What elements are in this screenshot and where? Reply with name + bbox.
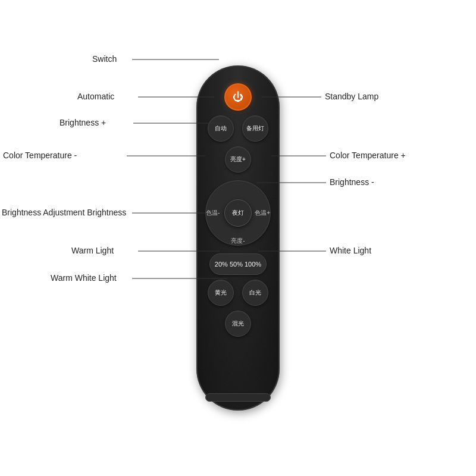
auto-label: 自动 — [215, 124, 227, 133]
white-light-label-ann: White Light — [330, 246, 371, 255]
light-color-row: 黄光 白光 — [208, 280, 268, 306]
page-container: ⏻ 自动 备用灯 亮度+ 色温- 色温+ 亮度- 夜灯 20% 5 — [0, 0, 476, 476]
warm-light-button[interactable]: 黄光 — [208, 280, 234, 306]
automatic-label: Automatic — [77, 92, 114, 101]
brightness-minus-label: Brightness - — [330, 177, 374, 187]
percent-button[interactable]: 20% 50% 100% — [209, 253, 267, 275]
warm-light-label: 黄光 — [215, 289, 227, 297]
white-light-label: 白光 — [249, 289, 261, 297]
remote-bottom-bar — [205, 393, 271, 402]
power-icon: ⏻ — [233, 91, 243, 104]
color-temp-plus-ring-label: 色温+ — [255, 209, 270, 217]
warm-light-label-ann: Warm Light — [71, 246, 114, 255]
warm-white-label: 混光 — [232, 320, 244, 328]
night-label: 夜灯 — [232, 209, 244, 217]
switch-label: Switch — [92, 54, 117, 64]
white-light-button[interactable]: 白光 — [242, 280, 268, 306]
brightness-plus-label-ann: Brightness + — [60, 118, 106, 127]
color-temp-minus-ring-label: 色温- — [206, 209, 220, 217]
remote-control: ⏻ 自动 备用灯 亮度+ 色温- 色温+ 亮度- 夜灯 20% 5 — [196, 65, 280, 411]
color-temp-minus-label: Color Temperature - — [3, 151, 77, 160]
standby-lamp-label: Standby Lamp — [325, 92, 378, 101]
brightness-plus-button[interactable]: 亮度+ — [225, 146, 251, 173]
standby-label: 备用灯 — [246, 124, 264, 133]
power-button[interactable]: ⏻ — [224, 83, 252, 111]
warm-white-button[interactable]: 混光 — [225, 311, 251, 337]
color-temp-plus-label: Color Temperature + — [330, 151, 406, 160]
brightness-adj-label: Brightness Adjustment Brightness — [2, 208, 126, 217]
direction-cluster: 色温- 色温+ 亮度- 夜灯 — [202, 177, 274, 249]
brightness-minus-ring-label: 亮度- — [231, 237, 245, 245]
percent-label: 20% 50% 100% — [215, 261, 261, 268]
standby-button[interactable]: 备用灯 — [242, 115, 268, 142]
auto-button[interactable]: 自动 — [208, 115, 234, 142]
auto-standby-row: 自动 备用灯 — [208, 115, 268, 142]
brightness-plus-label: 亮度+ — [230, 155, 246, 164]
warm-white-light-label: Warm White Light — [51, 273, 117, 283]
night-button[interactable]: 夜灯 — [224, 199, 252, 227]
